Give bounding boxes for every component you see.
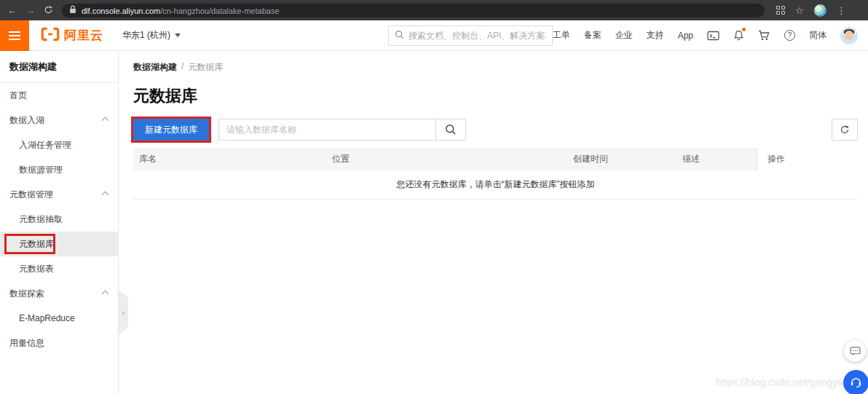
chevron-up-icon bbox=[103, 291, 108, 296]
browser-back-icon[interactable]: ← bbox=[7, 6, 17, 15]
sidebar-item-datasource-mgmt[interactable]: 数据源管理 bbox=[0, 157, 118, 182]
aliyun-logo-icon bbox=[41, 27, 60, 44]
speech-bubble-icon bbox=[850, 347, 861, 356]
breadcrumb-separator: / bbox=[181, 61, 184, 74]
browser-menu-dots-icon[interactable]: ⋮ bbox=[837, 5, 846, 16]
bookmark-star-icon[interactable]: ☆ bbox=[795, 5, 804, 16]
sidebar-item-metadata-mgmt[interactable]: 元数据管理 bbox=[0, 182, 118, 207]
refresh-button[interactable] bbox=[832, 119, 858, 141]
browser-chrome: ← → dlf.console.aliyun.com/cn-hangzhou/d… bbox=[0, 0, 868, 20]
search-icon bbox=[395, 29, 404, 42]
language-selector[interactable]: 简体 bbox=[809, 29, 826, 42]
table-header: 库名 位置 创建时间 描述 操作 bbox=[133, 148, 858, 170]
region-label: 华东1 (杭州) bbox=[122, 29, 170, 42]
csdn-watermark: https://blog.csdn.net/gangyike bbox=[716, 377, 851, 388]
sidebar: 数据湖构建 首页 数据入湖 入湖任务管理 数据源管理 元数据管理 元数据抽取 元… bbox=[0, 51, 119, 394]
user-avatar[interactable] bbox=[840, 27, 858, 44]
sidebar-item-metadata-database[interactable]: 元数据库 bbox=[0, 232, 118, 256]
browser-profile-avatar[interactable] bbox=[814, 4, 826, 17]
breadcrumb-root[interactable]: 数据湖构建 bbox=[133, 61, 177, 74]
customer-service-button[interactable] bbox=[843, 370, 868, 394]
url-text: dlf.console.aliyun.com/cn-hangzhou/datal… bbox=[82, 4, 280, 17]
sidebar-item-data-exploration[interactable]: 数据探索 bbox=[0, 281, 118, 306]
chevron-down-icon bbox=[175, 34, 181, 37]
browser-controls: ☆ ⋮ bbox=[776, 4, 846, 17]
refresh-icon bbox=[840, 125, 850, 135]
feedback-button[interactable] bbox=[844, 340, 866, 362]
nav-item-app[interactable]: App bbox=[678, 31, 693, 41]
help-icon[interactable]: ? bbox=[784, 30, 795, 41]
sidebar-item-home[interactable]: 首页 bbox=[0, 83, 118, 108]
aliyun-logo[interactable]: 阿里云 bbox=[41, 27, 103, 44]
region-selector[interactable]: 华东1 (杭州) bbox=[122, 29, 181, 42]
sidebar-item-emapreduce[interactable]: E-MapReduce bbox=[0, 306, 118, 331]
url-path: /cn-hangzhou/datalake-metabase bbox=[160, 7, 279, 15]
database-search bbox=[218, 119, 466, 141]
column-header-created: 创建时间 bbox=[567, 153, 676, 165]
aliyun-logo-text: 阿里云 bbox=[64, 27, 103, 44]
chevron-up-icon bbox=[103, 118, 108, 123]
customer-service-icon bbox=[850, 377, 862, 389]
nav-item-enterprise[interactable]: 企业 bbox=[615, 29, 633, 42]
lock-icon bbox=[69, 4, 76, 17]
search-submit-button[interactable] bbox=[435, 119, 466, 141]
tab-groups-icon[interactable] bbox=[776, 6, 785, 15]
cloud-shell-icon[interactable] bbox=[707, 31, 719, 41]
url-bar[interactable]: dlf.console.aliyun.com/cn-hangzhou/datal… bbox=[62, 4, 765, 17]
sidebar-item-metadata-extraction[interactable]: 元数据抽取 bbox=[0, 207, 118, 232]
notification-badge-dot bbox=[742, 28, 746, 31]
column-header-name: 库名 bbox=[133, 153, 326, 165]
header-nav: 费用 工单 备案 企业 支持 App ? 简体 bbox=[521, 27, 868, 44]
toolbar: 新建元数据库 bbox=[133, 119, 858, 141]
chevron-up-icon bbox=[103, 192, 108, 197]
hamburger-menu-button[interactable] bbox=[0, 20, 29, 51]
notification-bell-icon[interactable] bbox=[733, 30, 744, 42]
column-header-description: 描述 bbox=[676, 153, 757, 165]
create-metadatabase-button[interactable]: 新建元数据库 bbox=[133, 119, 209, 141]
global-search-box[interactable] bbox=[388, 25, 553, 46]
sidebar-item-ingestion-tasks[interactable]: 入湖任务管理 bbox=[0, 133, 118, 157]
column-header-location: 位置 bbox=[326, 153, 567, 165]
app-body: 数据湖构建 首页 数据入湖 入湖任务管理 数据源管理 元数据管理 元数据抽取 元… bbox=[0, 51, 868, 394]
nav-item-tickets[interactable]: 工单 bbox=[553, 29, 570, 42]
sidebar-collapse-handle[interactable]: ‹ bbox=[119, 290, 128, 335]
search-icon bbox=[445, 124, 457, 135]
sidebar-item-usage-info[interactable]: 用量信息 bbox=[0, 331, 118, 355]
main-content: 数据湖构建 / 元数据库 元数据库 新建元数据库 库名 位置 创建时间 描述 操… bbox=[119, 51, 868, 394]
breadcrumb: 数据湖构建 / 元数据库 bbox=[133, 61, 858, 74]
nav-item-icp[interactable]: 备案 bbox=[584, 29, 601, 42]
cart-icon[interactable] bbox=[758, 30, 770, 42]
url-domain: dlf.console.aliyun.com bbox=[82, 7, 160, 15]
breadcrumb-current: 元数据库 bbox=[188, 61, 223, 74]
nav-item-support[interactable]: 支持 bbox=[647, 29, 664, 42]
browser-forward-icon[interactable]: → bbox=[25, 6, 35, 15]
database-name-input[interactable] bbox=[218, 119, 435, 141]
sidebar-title: 数据湖构建 bbox=[0, 51, 118, 83]
sidebar-item-metadata-table[interactable]: 元数据表 bbox=[0, 256, 118, 281]
table-empty-state: 您还没有元数据库，请单击“新建元数据库”按钮添加 bbox=[133, 170, 858, 200]
console-header: 阿里云 华东1 (杭州) 费用 工单 备案 企业 支持 App ? 简体 bbox=[0, 20, 868, 51]
browser-reload-icon[interactable] bbox=[44, 5, 53, 16]
page-title: 元数据库 bbox=[133, 85, 858, 107]
column-header-actions: 操作 bbox=[757, 148, 858, 170]
global-search-input[interactable] bbox=[409, 31, 546, 41]
sidebar-item-data-ingestion[interactable]: 数据入湖 bbox=[0, 108, 118, 133]
